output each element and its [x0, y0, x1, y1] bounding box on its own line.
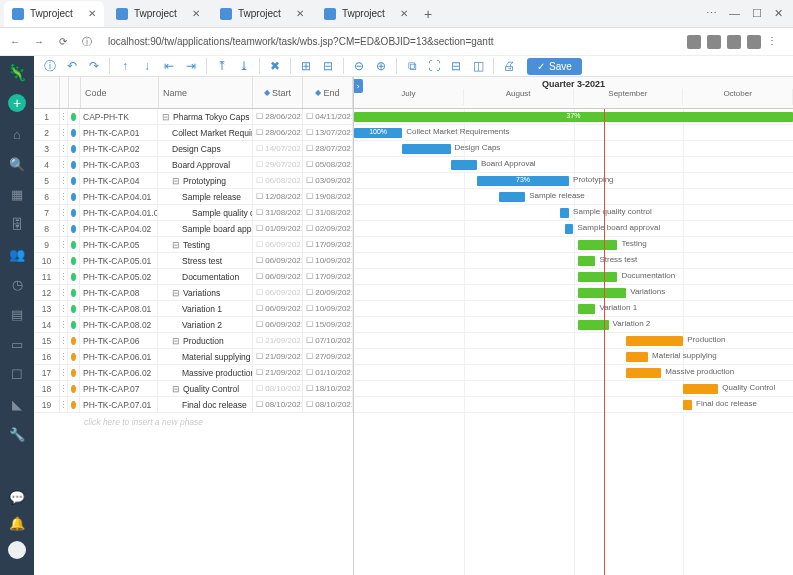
task-code[interactable]: PH-TK-CAP.07.01	[80, 397, 158, 412]
drag-handle-icon[interactable]: ⋮	[60, 221, 68, 236]
task-end[interactable]: ☐ 15/09/2021	[303, 317, 353, 332]
task-code[interactable]: PH-TK-CAP.01	[80, 125, 158, 140]
gantt-bar[interactable]: Sample board approval	[565, 224, 574, 234]
maximize-icon[interactable]: ☐	[752, 7, 762, 20]
task-start[interactable]: ☐ 28/06/2021	[253, 109, 303, 124]
bell-icon[interactable]: 🔔	[9, 515, 25, 531]
status-dot[interactable]	[68, 189, 80, 204]
timeline-button[interactable]: ⊟	[446, 56, 466, 76]
task-name[interactable]: ⊟Variations	[158, 285, 253, 300]
add-button[interactable]: +	[8, 94, 26, 112]
ext-icon[interactable]	[687, 35, 701, 49]
drag-handle-icon[interactable]: ⋮	[60, 141, 68, 156]
status-dot[interactable]	[68, 125, 80, 140]
task-start[interactable]: ☐ 21/09/2021	[253, 349, 303, 364]
drag-handle-icon[interactable]: ⋮	[60, 253, 68, 268]
insert-below-button[interactable]: ↓	[137, 56, 157, 76]
task-code[interactable]: PH-TK-CAP.04.01	[80, 189, 158, 204]
task-end[interactable]: ☐ 10/09/2021	[303, 301, 353, 316]
task-name[interactable]: ⊟Pharma Tokyo Caps	[158, 109, 253, 124]
drag-handle-icon[interactable]: ⋮	[60, 381, 68, 396]
close-window-icon[interactable]: ✕	[774, 7, 783, 20]
app-logo-icon[interactable]: 🦎	[9, 64, 25, 80]
note-icon[interactable]: ☐	[9, 366, 25, 382]
task-code[interactable]: CAP-PH-TK	[80, 109, 158, 124]
task-name[interactable]: ⊟Production	[158, 333, 253, 348]
gantt-bar[interactable]: 100%Collect Market Requirements	[354, 128, 402, 138]
expand-toggle-icon[interactable]: ⊟	[172, 384, 180, 394]
task-code[interactable]: PH-TK-CAP.08	[80, 285, 158, 300]
tab-close-icon[interactable]: ✕	[400, 8, 408, 19]
task-row[interactable]: 9⋮PH-TK-CAP.05⊟Testing☐ 06/09/2021☐ 17/0…	[34, 237, 353, 253]
task-code[interactable]: PH-TK-CAP.08.01	[80, 301, 158, 316]
tab-close-icon[interactable]: ✕	[296, 8, 304, 19]
task-end[interactable]: ☐ 01/10/2021	[303, 365, 353, 380]
task-end[interactable]: ☐ 31/08/2021	[303, 205, 353, 220]
task-end[interactable]: ☐ 02/09/2021	[303, 221, 353, 236]
expand-toggle-icon[interactable]: ⊟	[172, 176, 180, 186]
gantt-bar[interactable]: 37%	[354, 112, 793, 122]
indent-button[interactable]: ⇥	[181, 56, 201, 76]
browser-tab[interactable]: Twproject✕	[212, 1, 312, 27]
task-start[interactable]: ☐ 12/08/2021	[253, 189, 303, 204]
zoom-in-button[interactable]: ⊕	[371, 56, 391, 76]
drag-handle-icon[interactable]: ⋮	[60, 285, 68, 300]
status-dot[interactable]	[68, 333, 80, 348]
task-start[interactable]: ☐ 08/10/2021	[253, 381, 303, 396]
clock-icon[interactable]: ◷	[9, 276, 25, 292]
status-dot[interactable]	[68, 301, 80, 316]
gantt-bar[interactable]: Final doc release	[683, 400, 692, 410]
task-start[interactable]: ☐ 14/07/2021	[253, 141, 303, 156]
task-start[interactable]: ☐ 28/06/2021	[253, 125, 303, 140]
menu-icon[interactable]: ⋮	[767, 35, 781, 49]
task-row[interactable]: 3⋮PH-TK-CAP.02Design Caps☐ 14/07/2021☐ 2…	[34, 141, 353, 157]
new-row-placeholder[interactable]: click here to insert a new phase	[34, 413, 353, 427]
task-name[interactable]: ⊟Testing	[158, 237, 253, 252]
task-row[interactable]: 16⋮PH-TK-CAP.06.01Material supplying☐ 21…	[34, 349, 353, 365]
task-end[interactable]: ☐ 03/09/2021	[303, 173, 353, 188]
task-start[interactable]: ☐ 06/09/2021	[253, 269, 303, 284]
task-name[interactable]: Board Approval	[158, 157, 253, 172]
task-start[interactable]: ☐ 01/09/2021	[253, 221, 303, 236]
critical-path-button[interactable]: ⧉	[402, 56, 422, 76]
drag-handle-icon[interactable]: ⋮	[60, 333, 68, 348]
info-button[interactable]: ⓘ	[40, 56, 60, 76]
doc-icon[interactable]: ▭	[9, 336, 25, 352]
task-row[interactable]: 7⋮PH-TK-CAP.04.01.01Sample quality contr…	[34, 205, 353, 221]
task-end[interactable]: ☐ 20/09/2021	[303, 285, 353, 300]
task-row[interactable]: 6⋮PH-TK-CAP.04.01Sample release☐ 12/08/2…	[34, 189, 353, 205]
task-code[interactable]: PH-TK-CAP.03	[80, 157, 158, 172]
fullscreen-button[interactable]: ⛶	[424, 56, 444, 76]
search-icon[interactable]: 🔍	[9, 156, 25, 172]
task-start[interactable]: ☐ 06/09/2021	[253, 317, 303, 332]
gantt-bar[interactable]: Quality Control	[683, 384, 718, 394]
user-avatar[interactable]	[8, 541, 26, 559]
redo-button[interactable]: ↷	[84, 56, 104, 76]
task-end[interactable]: ☐ 07/10/2021	[303, 333, 353, 348]
task-code[interactable]: PH-TK-CAP.04.01.01	[80, 205, 158, 220]
expand-toggle-icon[interactable]: ⊟	[172, 336, 180, 346]
task-name[interactable]: Variation 2	[158, 317, 253, 332]
delete-button[interactable]: ✖	[265, 56, 285, 76]
gantt-bar[interactable]: Stress test	[578, 256, 596, 266]
minimize-icon[interactable]: —	[729, 7, 740, 20]
task-row[interactable]: 18⋮PH-TK-CAP.07⊟Quality Control☐ 08/10/2…	[34, 381, 353, 397]
undo-button[interactable]: ↶	[62, 56, 82, 76]
briefcase-icon[interactable]: 🗄	[9, 216, 25, 232]
status-dot[interactable]	[68, 109, 80, 124]
url-field[interactable]: localhost:90/tw/applications/teamwork/ta…	[102, 36, 675, 47]
expand-toggle-icon[interactable]: ⊟	[172, 288, 180, 298]
gantt-bar[interactable]: Variation 1	[578, 304, 596, 314]
task-start[interactable]: ☐ 06/09/2021	[253, 301, 303, 316]
drag-handle-icon[interactable]: ⋮	[60, 365, 68, 380]
drag-handle-icon[interactable]: ⋮	[60, 269, 68, 284]
task-end[interactable]: ☐ 13/07/2021	[303, 125, 353, 140]
gantt-bar[interactable]: Design Caps	[402, 144, 450, 154]
outdent-button[interactable]: ⇤	[159, 56, 179, 76]
print-button[interactable]: 🖨	[499, 56, 519, 76]
status-dot[interactable]	[68, 317, 80, 332]
task-end[interactable]: ☐ 28/07/2021	[303, 141, 353, 156]
task-row[interactable]: 8⋮PH-TK-CAP.04.02Sample board approval☐ …	[34, 221, 353, 237]
drag-handle-icon[interactable]: ⋮	[60, 397, 68, 412]
task-row[interactable]: 10⋮PH-TK-CAP.05.01Stress test☐ 06/09/202…	[34, 253, 353, 269]
